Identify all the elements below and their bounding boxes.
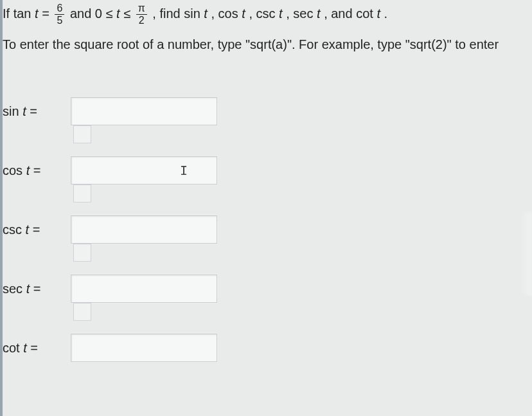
input-csc[interactable] bbox=[71, 215, 217, 244]
input-wrap-cos: I bbox=[71, 156, 217, 185]
row-cot: cot t = bbox=[3, 318, 532, 377]
label-cot: cot t = bbox=[3, 341, 71, 356]
label-sin: sin t = bbox=[3, 104, 71, 119]
func: cot bbox=[3, 341, 23, 355]
fraction-pi-over-two: π 2 bbox=[136, 3, 147, 26]
row-csc: csc t = bbox=[3, 200, 532, 259]
input-sin[interactable] bbox=[71, 97, 217, 125]
numerator: 6 bbox=[55, 3, 64, 15]
text: = bbox=[42, 6, 53, 21]
eq: = bbox=[30, 163, 40, 177]
func: cos bbox=[3, 163, 26, 177]
input-cot[interactable] bbox=[71, 334, 217, 362]
glare-highlight bbox=[520, 212, 532, 296]
text: . bbox=[384, 6, 388, 21]
problem-statement: If tan t = 6 5 and 0 ≤ t ≤ π 2 , find si… bbox=[3, 0, 532, 26]
variable-t: t bbox=[35, 6, 39, 21]
func: sec bbox=[3, 282, 26, 296]
fraction-six-fifths: 6 5 bbox=[55, 3, 64, 26]
label-csc: csc t = bbox=[3, 222, 71, 237]
text: , sec bbox=[286, 6, 317, 21]
input-wrap-sin bbox=[71, 97, 217, 125]
row-sec: sec t = bbox=[3, 259, 532, 318]
input-wrap-sec bbox=[71, 275, 217, 303]
variable-t: t bbox=[116, 6, 120, 21]
variable-t: t bbox=[377, 6, 380, 21]
variable-t: t bbox=[242, 6, 245, 21]
input-wrap-cot bbox=[71, 334, 217, 362]
text: , find sin bbox=[152, 6, 204, 21]
text: , and cot bbox=[324, 6, 377, 21]
eq: = bbox=[29, 222, 40, 237]
eq: = bbox=[26, 104, 37, 118]
label-cos: cos t = bbox=[3, 163, 71, 178]
question-panel: If tan t = 6 5 and 0 ≤ t ≤ π 2 , find si… bbox=[0, 0, 532, 416]
variable-t: t bbox=[204, 6, 208, 21]
text: If tan bbox=[3, 6, 31, 21]
row-sin: sin t = bbox=[3, 82, 532, 141]
input-instruction: To enter the square root of a number, ty… bbox=[3, 26, 532, 52]
input-cos[interactable] bbox=[71, 156, 217, 185]
variable-t: t bbox=[279, 6, 283, 21]
denominator: 2 bbox=[136, 15, 147, 26]
denominator: 5 bbox=[55, 15, 64, 26]
eq: = bbox=[30, 282, 40, 296]
text: and 0 ≤ bbox=[70, 6, 116, 21]
text: , cos bbox=[211, 6, 242, 21]
answers-block: sin t = cos t = I csc t = bbox=[3, 82, 532, 377]
variable-t: t bbox=[317, 6, 321, 21]
input-sec[interactable] bbox=[71, 275, 217, 303]
func: csc bbox=[3, 222, 26, 237]
numerator: π bbox=[136, 3, 147, 15]
text: ≤ bbox=[123, 6, 134, 21]
eq: = bbox=[27, 341, 38, 355]
input-wrap-csc bbox=[71, 215, 217, 244]
row-cos: cos t = I bbox=[3, 141, 532, 200]
func: sin bbox=[3, 104, 22, 118]
label-sec: sec t = bbox=[3, 282, 71, 296]
text: , csc bbox=[249, 6, 279, 21]
